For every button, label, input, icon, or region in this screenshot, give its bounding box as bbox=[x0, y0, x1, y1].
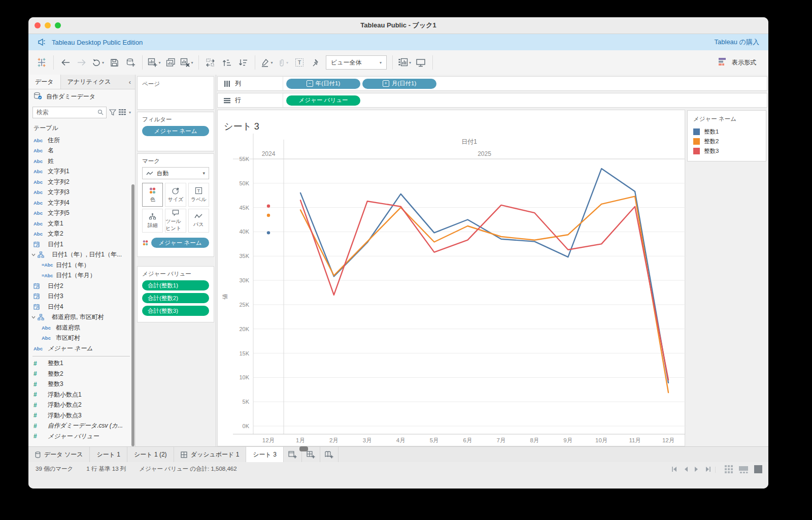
sort-descending-button[interactable] bbox=[235, 54, 251, 71]
measure-pill-sum-int3[interactable]: 合計(整数3) bbox=[142, 306, 209, 316]
view-options-icon[interactable]: ▾ bbox=[119, 109, 131, 115]
field-row[interactable]: #整数2 bbox=[28, 369, 135, 379]
field-row[interactable]: #整数1 bbox=[28, 359, 135, 369]
line-chart[interactable]: 日付1202420250K5K10K15K20K25K30K35K40K45K5… bbox=[218, 110, 688, 449]
field-row[interactable]: =Abc日付1（年月） bbox=[28, 271, 135, 281]
filter-pill-measure-names[interactable]: メジャー ネーム bbox=[142, 126, 209, 136]
field-row[interactable]: Abc文章1 bbox=[28, 218, 135, 229]
clear-dropdown-caret[interactable]: ▾ bbox=[191, 60, 193, 65]
field-row[interactable]: Abc住所 bbox=[28, 135, 135, 146]
color-pill-measure-names[interactable]: メジャー ネーム bbox=[151, 238, 209, 248]
new-worksheet-button[interactable]: ▾ bbox=[147, 54, 162, 71]
field-row[interactable]: 日付1 bbox=[28, 239, 135, 250]
field-row[interactable]: #整数3 bbox=[28, 379, 135, 390]
single-view-icon[interactable] bbox=[754, 465, 762, 474]
field-row[interactable]: Abc文字列1 bbox=[28, 167, 135, 177]
measure-pill-sum-int2[interactable]: 合計(整数2) bbox=[142, 293, 209, 303]
measure-names-legend[interactable]: メジャー ネーム 整数1整数2整数3 bbox=[687, 110, 766, 161]
swap-axes-button[interactable] bbox=[203, 54, 218, 71]
tab-データ ソース[interactable]: データ ソース bbox=[28, 447, 90, 462]
horizontal-scrollbar-thumb[interactable] bbox=[299, 446, 308, 451]
last-page-icon[interactable] bbox=[705, 467, 711, 473]
field-row[interactable]: Abc文字列2 bbox=[28, 177, 135, 187]
chevron-down-icon[interactable] bbox=[31, 253, 38, 256]
tab-シート 1[interactable]: シート 1 bbox=[90, 447, 127, 462]
pages-card[interactable]: ページ bbox=[137, 76, 214, 110]
fix-axes-pin-button[interactable] bbox=[308, 54, 323, 71]
tab-シート 1 (2)[interactable]: シート 1 (2) bbox=[127, 447, 174, 462]
redo-button[interactable] bbox=[74, 54, 89, 71]
highlight-button[interactable]: ▾ bbox=[259, 54, 275, 71]
field-row[interactable]: #自作ダミーデータ.csv (カ... bbox=[28, 421, 135, 432]
collapse-hierarchy-icon[interactable]: − bbox=[307, 80, 313, 87]
expand-hierarchy-icon[interactable]: + bbox=[383, 80, 389, 87]
maximize-window-button[interactable] bbox=[55, 22, 61, 28]
duplicate-sheet-button[interactable] bbox=[163, 54, 178, 71]
tab-analytics[interactable]: アナリティクス bbox=[61, 75, 118, 89]
rows-shelf[interactable]: 行 メジャー バリュー bbox=[217, 93, 767, 108]
tab-data[interactable]: データ bbox=[28, 75, 61, 89]
marks-card[interactable]: マーク 自動 ▾ 色 サイズ bbox=[137, 153, 214, 257]
path-button[interactable]: パス bbox=[188, 209, 209, 233]
new-sheet-dropdown-caret[interactable]: ▾ bbox=[158, 60, 160, 65]
fields-scrollbar-thumb[interactable] bbox=[131, 184, 134, 446]
presentation-mode-button[interactable] bbox=[413, 54, 428, 71]
legend-item[interactable]: 整数1 bbox=[693, 127, 763, 137]
tableau-logo-icon[interactable] bbox=[34, 54, 49, 71]
measure-values-card[interactable]: メジャー バリュー 合計(整数1) 合計(整数2) 合計(整数3) bbox=[137, 266, 214, 322]
field-row[interactable]: #浮動小数点2 bbox=[28, 400, 135, 411]
field-row[interactable]: Abc都道府県 bbox=[28, 322, 135, 333]
pill-year-date1[interactable]: − 年(日付1) bbox=[286, 79, 360, 89]
filter-fields-icon[interactable] bbox=[109, 109, 116, 116]
field-row[interactable]: Abc姓 bbox=[28, 156, 135, 167]
field-row[interactable]: 日付1（年）, 日付1（年... bbox=[28, 250, 135, 261]
first-page-icon[interactable] bbox=[671, 467, 678, 473]
tooltip-button[interactable]: ツールヒント bbox=[165, 209, 186, 233]
field-row[interactable]: Abc文字列3 bbox=[28, 187, 135, 198]
mark-type-select[interactable]: 自動 ▾ bbox=[142, 167, 209, 179]
show-me-button[interactable]: ▾ bbox=[397, 54, 412, 71]
field-row[interactable]: Abc文字列5 bbox=[28, 208, 135, 219]
collapse-pane-icon[interactable]: ‹ bbox=[125, 75, 135, 89]
filters-card[interactable]: フィルター メジャー ネーム bbox=[137, 112, 214, 151]
paperclip-icon[interactable]: ▾ bbox=[276, 54, 291, 71]
size-button[interactable]: サイズ bbox=[165, 183, 186, 207]
new-datasource-button[interactable] bbox=[123, 54, 138, 71]
filmstrip-view-icon[interactable] bbox=[739, 465, 748, 474]
next-page-icon[interactable] bbox=[694, 467, 699, 473]
pill-month-date1[interactable]: + 月(日付1) bbox=[362, 79, 436, 89]
field-row[interactable]: 都道府県, 市区町村 bbox=[28, 312, 135, 323]
field-row[interactable]: 日付3 bbox=[28, 291, 135, 302]
measure-pill-sum-int1[interactable]: 合計(整数1) bbox=[142, 280, 209, 290]
minimize-window-button[interactable] bbox=[45, 22, 51, 28]
search-input[interactable] bbox=[36, 108, 97, 116]
grid-view-icon[interactable] bbox=[725, 465, 733, 474]
close-window-button[interactable] bbox=[35, 22, 41, 28]
show-me-format-button[interactable]: 表示形式 bbox=[718, 57, 763, 68]
highlight-dropdown-caret[interactable]: ▾ bbox=[270, 60, 273, 65]
sort-ascending-button[interactable] bbox=[219, 54, 234, 71]
color-button[interactable]: 色 bbox=[142, 183, 163, 207]
legend-item[interactable]: 整数3 bbox=[693, 146, 763, 156]
field-row[interactable]: #浮動小数点3 bbox=[28, 410, 135, 421]
chart-region[interactable]: シート 3 日付1202420250K5K10K15K20K25K30K35K4… bbox=[217, 110, 685, 446]
label-button[interactable]: T ラベル bbox=[188, 183, 209, 207]
replay-button[interactable]: ▾ bbox=[90, 54, 106, 71]
clear-sheet-button[interactable]: ▾ bbox=[179, 54, 194, 71]
legend-item[interactable]: 整数2 bbox=[693, 137, 763, 146]
detail-button[interactable]: 詳細 bbox=[142, 209, 163, 233]
field-row[interactable]: =Abc日付1（年） bbox=[28, 260, 135, 271]
field-row[interactable]: Abc名 bbox=[28, 146, 135, 156]
field-row[interactable]: Abcメジャー ネーム bbox=[28, 343, 135, 354]
field-row[interactable]: 日付2 bbox=[28, 281, 135, 291]
save-button[interactable] bbox=[107, 54, 122, 71]
datasource-row[interactable]: 自作ダミーデータ bbox=[28, 89, 135, 104]
field-row[interactable]: 日付4 bbox=[28, 302, 135, 312]
field-row[interactable]: Abc市区町村 bbox=[28, 333, 135, 344]
replay-dropdown-caret[interactable]: ▾ bbox=[102, 60, 104, 65]
show-me-caret[interactable]: ▾ bbox=[409, 60, 411, 65]
buy-tableau-link[interactable]: Tableau の購入 bbox=[715, 38, 759, 47]
chevron-down-icon[interactable] bbox=[31, 316, 38, 319]
field-row[interactable]: #メジャー バリュー bbox=[28, 431, 135, 442]
search-box[interactable] bbox=[32, 107, 107, 118]
